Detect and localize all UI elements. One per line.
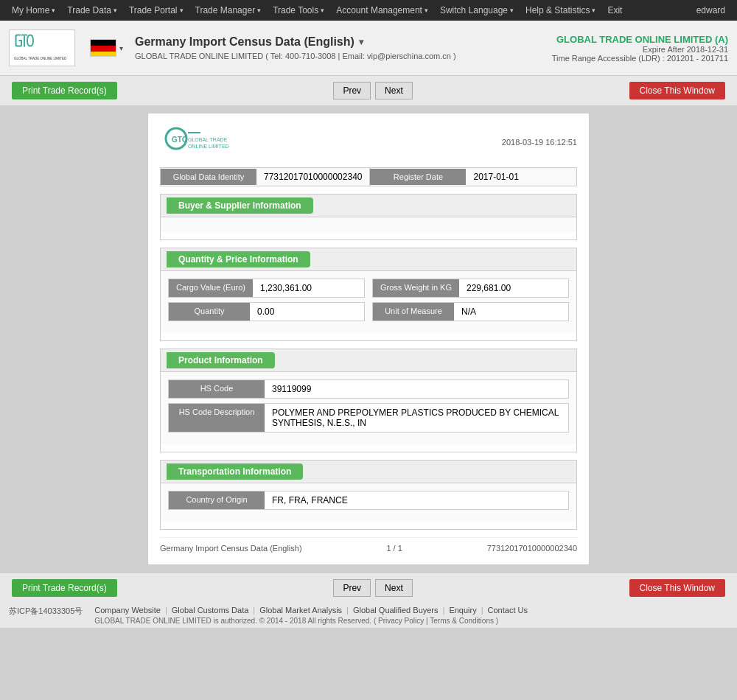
- unit-of-measure-field: Unit of Measure N/A: [372, 302, 569, 321]
- nav-label: Trade Tools: [273, 5, 318, 15]
- quantity-price-section: Quantity & Price Information Cargo Value…: [160, 248, 577, 341]
- register-date-label: Register Date: [370, 169, 466, 185]
- nav-trade-tools[interactable]: Trade Tools ▾: [267, 0, 330, 21]
- footer-link-company[interactable]: Company Website: [94, 606, 161, 615]
- nav-buttons-bottom: Prev Next: [333, 579, 412, 597]
- country-of-origin-value: FR, FRA, FRANCE: [265, 491, 568, 509]
- chevron-down-icon: ▾: [257, 7, 261, 14]
- nav-switch-lang[interactable]: Switch Language ▾: [434, 0, 520, 21]
- buyer-supplier-title: Buyer & Supplier Information: [167, 197, 313, 214]
- buyer-supplier-body: [161, 217, 576, 232]
- main-content: GTO GLOBAL TRADE ONLINE LIMITED 2018-03-…: [0, 105, 737, 573]
- transportation-body: Country of Origin FR, FRA, FRANCE: [161, 483, 576, 522]
- nav-account-mgmt[interactable]: Account Management ▾: [330, 0, 434, 21]
- flag-area[interactable]: ▾: [90, 39, 123, 57]
- footer-link-market[interactable]: Global Market Analysis: [259, 606, 342, 615]
- hs-code-desc-label: HS Code Description: [169, 404, 265, 432]
- quantity-field: Quantity 0.00: [168, 302, 365, 321]
- footer-links-area: Company Website | Global Customs Data | …: [94, 606, 728, 625]
- nav-label: Trade Portal: [129, 5, 178, 15]
- expire-info: Expire After 2018-12-31: [552, 45, 728, 54]
- product-info-section: Product Information HS Code 39119099 HS …: [160, 349, 577, 452]
- prev-button-bottom[interactable]: Prev: [333, 579, 371, 597]
- bottom-toolbar: Print Trade Record(s) Prev Next Close Th…: [0, 573, 737, 603]
- gross-weight-value: 229,681.00: [459, 279, 568, 297]
- quantity-value: 0.00: [250, 303, 364, 321]
- footer-icp: 苏ICP备14033305号: [9, 606, 94, 625]
- nav-trade-data[interactable]: Trade Data ▾: [61, 0, 123, 21]
- nav-exit[interactable]: Exit: [601, 0, 628, 21]
- nav-my-home[interactable]: My Home ▾: [6, 0, 61, 21]
- bottom-toolbar-left: Print Trade Record(s): [12, 579, 117, 597]
- footer-link-customs[interactable]: Global Customs Data: [172, 606, 249, 615]
- unit-of-measure-value: N/A: [454, 303, 568, 321]
- top-toolbar: Print Trade Record(s) Prev Next Close Th…: [0, 76, 737, 105]
- card-footer: Germany Import Census Data (English) 1 /…: [160, 537, 577, 553]
- transportation-section: Transportation Information Country of Or…: [160, 460, 577, 530]
- title-dropdown[interactable]: ▾: [359, 37, 363, 47]
- footer-link-contact[interactable]: Contact Us: [488, 606, 528, 615]
- global-data-identity-label: Global Data Identity: [161, 169, 256, 185]
- global-data-identity-value: 77312017010000002340: [256, 168, 369, 186]
- transportation-header: Transportation Information: [161, 461, 576, 483]
- svg-rect-2: [24, 36, 25, 47]
- footer-links: Company Website | Global Customs Data | …: [94, 606, 728, 615]
- unit-of-measure-label: Unit of Measure: [373, 303, 454, 321]
- nav-trade-portal[interactable]: Trade Portal ▾: [123, 0, 189, 21]
- cargo-value-label: Cargo Value (Euro): [169, 279, 253, 297]
- nav-label: Account Management: [336, 5, 422, 15]
- footer-center: 1 / 1: [386, 544, 402, 553]
- product-info-body: HS Code 39119099 HS Code Description POL…: [161, 372, 576, 444]
- footer-link-buyers[interactable]: Global Qualified Buyers: [353, 606, 439, 615]
- chevron-down-icon: ▾: [592, 7, 595, 14]
- nav-trade-manager[interactable]: Trade Manager ▾: [189, 0, 268, 21]
- company-name-link[interactable]: GLOBAL TRADE ONLINE LIMITED (A): [552, 34, 728, 45]
- close-button-bottom[interactable]: Close This Window: [629, 579, 725, 597]
- footer-right: 77312017010000002340: [487, 544, 577, 553]
- footer-link-enquiry[interactable]: Enquiry: [449, 606, 476, 615]
- nav-help-stats[interactable]: Help & Statistics ▾: [520, 0, 601, 21]
- quantity-label: Quantity: [169, 303, 250, 321]
- identity-row: Global Data Identity 7731201701000000234…: [160, 167, 577, 186]
- nav-buttons-top: Prev Next: [333, 82, 412, 99]
- buyer-supplier-section: Buyer & Supplier Information: [160, 194, 577, 240]
- svg-rect-1: [21, 35, 27, 36]
- company-subtitle: GLOBAL TRADE ONLINE LIMITED ( Tel: 400-7…: [135, 52, 552, 60]
- print-button-bottom[interactable]: Print Trade Record(s): [12, 579, 117, 597]
- chevron-down-icon: ▾: [52, 7, 55, 14]
- toolbar-right: Close This Window: [629, 82, 725, 99]
- time-range: Time Range Accessible (LDR) : 201201 - 2…: [552, 54, 728, 63]
- next-button-bottom[interactable]: Next: [375, 579, 413, 597]
- header-right: GLOBAL TRADE ONLINE LIMITED (A) Expire A…: [552, 34, 728, 63]
- prev-button-top[interactable]: Prev: [333, 82, 371, 99]
- print-button-top[interactable]: Print Trade Record(s): [12, 82, 117, 99]
- product-info-header: Product Information: [161, 349, 576, 372]
- flag-dropdown-arrow[interactable]: ▾: [119, 44, 123, 52]
- bottom-toolbar-right: Close This Window: [629, 579, 725, 597]
- quantity-price-row2: Quantity 0.00 Unit of Measure N/A: [168, 302, 569, 321]
- nav-label: My Home: [12, 5, 49, 15]
- card-header: GTO GLOBAL TRADE ONLINE LIMITED 2018-03-…: [160, 125, 577, 158]
- svg-text:ONLINE LIMITED: ONLINE LIMITED: [188, 144, 229, 149]
- top-nav: My Home ▾ Trade Data ▾ Trade Portal ▾ Tr…: [0, 0, 737, 21]
- card-logo-svg: GTO GLOBAL TRADE ONLINE LIMITED: [160, 125, 234, 158]
- card-logo: GTO GLOBAL TRADE ONLINE LIMITED: [160, 125, 234, 158]
- quantity-price-title: Quantity & Price Information: [167, 251, 310, 267]
- product-info-title: Product Information: [167, 352, 275, 368]
- quantity-price-row1: Cargo Value (Euro) 1,230,361.00 Gross We…: [168, 279, 569, 298]
- header-bar: GLOBAL TRADE ONLINE LIMITED ▾ Germany Im…: [0, 21, 737, 76]
- cargo-value-field: Cargo Value (Euro) 1,230,361.00: [168, 279, 365, 298]
- chevron-down-icon: ▾: [510, 7, 514, 14]
- cargo-value-value: 1,230,361.00: [253, 279, 364, 297]
- country-of-origin-field: Country of Origin FR, FRA, FRANCE: [168, 491, 569, 510]
- close-button-top[interactable]: Close This Window: [629, 82, 725, 99]
- quantity-price-body: Cargo Value (Euro) 1,230,361.00 Gross We…: [161, 271, 576, 333]
- hs-code-desc-value: POLYMER AND PREPOLYMER PLASTICS PRODUCED…: [265, 404, 568, 432]
- hs-code-desc-field: HS Code Description POLYMER AND PREPOLYM…: [168, 403, 569, 433]
- flag-red-stripe: [91, 46, 116, 52]
- country-of-origin-label: Country of Origin: [169, 491, 265, 509]
- nav-label: Exit: [607, 5, 622, 15]
- next-button-top[interactable]: Next: [375, 82, 413, 99]
- nav-label: Help & Statistics: [525, 5, 590, 15]
- toolbar-left: Print Trade Record(s): [12, 82, 117, 99]
